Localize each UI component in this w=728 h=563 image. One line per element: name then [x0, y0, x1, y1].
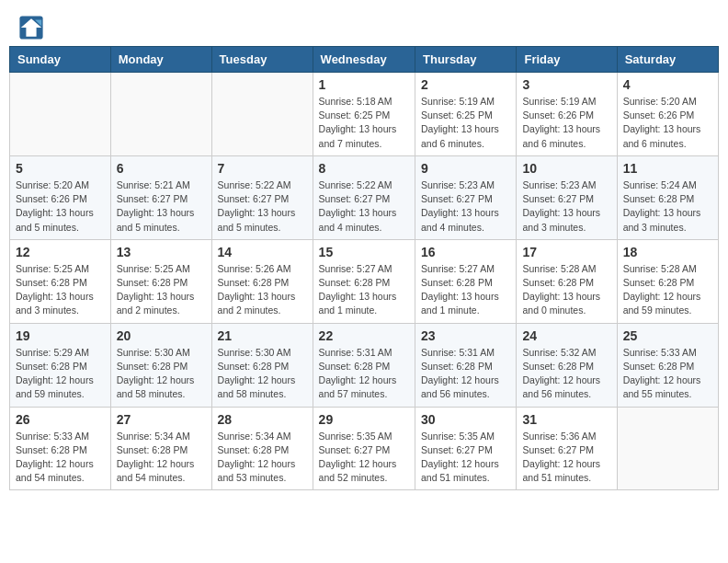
calendar-day: 20Sunrise: 5:30 AM Sunset: 6:28 PM Dayli…	[110, 323, 211, 407]
day-number: 21	[218, 328, 307, 343]
day-info: Sunrise: 5:31 AM Sunset: 6:28 PM Dayligh…	[319, 346, 409, 402]
day-info: Sunrise: 5:21 AM Sunset: 6:27 PM Dayligh…	[117, 178, 206, 235]
day-info: Sunrise: 5:29 AM Sunset: 6:28 PM Dayligh…	[16, 346, 105, 402]
day-number: 19	[16, 328, 105, 343]
day-number: 6	[117, 161, 206, 176]
calendar-day: 14Sunrise: 5:26 AM Sunset: 6:28 PM Dayli…	[211, 239, 313, 323]
day-number: 27	[117, 412, 206, 427]
calendar-table: SundayMondayTuesdayWednesdayThursdayFrid…	[9, 46, 719, 490]
day-info: Sunrise: 5:23 AM Sunset: 6:27 PM Dayligh…	[522, 178, 610, 235]
day-info: Sunrise: 5:22 AM Sunset: 6:27 PM Dayligh…	[319, 178, 409, 235]
calendar-day: 27Sunrise: 5:34 AM Sunset: 6:28 PM Dayli…	[110, 407, 211, 490]
day-info: Sunrise: 5:28 AM Sunset: 6:28 PM Dayligh…	[623, 262, 712, 318]
column-header-monday: Monday	[110, 47, 211, 73]
day-number: 16	[421, 245, 510, 259]
day-number: 15	[319, 245, 409, 259]
logo-icon	[18, 15, 44, 40]
column-header-thursday: Thursday	[415, 47, 517, 73]
day-info: Sunrise: 5:26 AM Sunset: 6:28 PM Dayligh…	[218, 262, 307, 318]
calendar-day: 1Sunrise: 5:18 AM Sunset: 6:25 PM Daylig…	[313, 73, 415, 156]
day-info: Sunrise: 5:23 AM Sunset: 6:27 PM Dayligh…	[421, 178, 510, 235]
day-number: 1	[319, 77, 409, 92]
day-number: 2	[421, 77, 510, 92]
calendar-week-row: 19Sunrise: 5:29 AM Sunset: 6:28 PM Dayli…	[10, 323, 719, 407]
day-number: 22	[319, 328, 409, 343]
calendar-header-row: SundayMondayTuesdayWednesdayThursdayFrid…	[10, 47, 719, 73]
calendar-week-row: 12Sunrise: 5:25 AM Sunset: 6:28 PM Dayli…	[10, 239, 719, 323]
calendar-day	[110, 73, 211, 156]
day-info: Sunrise: 5:30 AM Sunset: 6:28 PM Dayligh…	[218, 346, 307, 402]
calendar-day: 12Sunrise: 5:25 AM Sunset: 6:28 PM Dayli…	[10, 239, 111, 323]
column-header-friday: Friday	[517, 47, 617, 73]
day-number: 14	[218, 245, 307, 259]
calendar-day: 4Sunrise: 5:20 AM Sunset: 6:26 PM Daylig…	[617, 73, 718, 156]
day-info: Sunrise: 5:25 AM Sunset: 6:28 PM Dayligh…	[117, 262, 206, 318]
day-info: Sunrise: 5:25 AM Sunset: 6:28 PM Dayligh…	[16, 262, 105, 318]
day-info: Sunrise: 5:20 AM Sunset: 6:26 PM Dayligh…	[16, 178, 105, 235]
day-info: Sunrise: 5:32 AM Sunset: 6:28 PM Dayligh…	[522, 346, 610, 402]
day-info: Sunrise: 5:22 AM Sunset: 6:27 PM Dayligh…	[218, 178, 307, 235]
day-info: Sunrise: 5:34 AM Sunset: 6:28 PM Dayligh…	[218, 430, 307, 486]
calendar-day: 2Sunrise: 5:19 AM Sunset: 6:25 PM Daylig…	[415, 73, 517, 156]
day-info: Sunrise: 5:36 AM Sunset: 6:27 PM Dayligh…	[522, 430, 610, 486]
calendar-week-row: 5Sunrise: 5:20 AM Sunset: 6:26 PM Daylig…	[10, 155, 719, 239]
calendar-day: 15Sunrise: 5:27 AM Sunset: 6:28 PM Dayli…	[313, 239, 415, 323]
day-number: 31	[522, 412, 610, 427]
calendar-day: 19Sunrise: 5:29 AM Sunset: 6:28 PM Dayli…	[10, 323, 111, 407]
calendar-day: 9Sunrise: 5:23 AM Sunset: 6:27 PM Daylig…	[415, 155, 517, 239]
calendar-day: 6Sunrise: 5:21 AM Sunset: 6:27 PM Daylig…	[110, 155, 211, 239]
day-info: Sunrise: 5:35 AM Sunset: 6:27 PM Dayligh…	[319, 430, 409, 486]
day-number: 26	[16, 412, 105, 427]
column-header-wednesday: Wednesday	[313, 47, 415, 73]
day-number: 30	[421, 412, 510, 427]
logo	[18, 15, 48, 40]
calendar-day: 31Sunrise: 5:36 AM Sunset: 6:27 PM Dayli…	[517, 407, 617, 490]
day-info: Sunrise: 5:27 AM Sunset: 6:28 PM Dayligh…	[421, 262, 510, 318]
day-info: Sunrise: 5:31 AM Sunset: 6:28 PM Dayligh…	[421, 346, 510, 402]
day-info: Sunrise: 5:28 AM Sunset: 6:28 PM Dayligh…	[522, 262, 610, 318]
calendar-day: 28Sunrise: 5:34 AM Sunset: 6:28 PM Dayli…	[211, 407, 313, 490]
calendar-day: 25Sunrise: 5:33 AM Sunset: 6:28 PM Dayli…	[617, 323, 718, 407]
day-number: 20	[117, 328, 206, 343]
calendar-day: 26Sunrise: 5:33 AM Sunset: 6:28 PM Dayli…	[10, 407, 111, 490]
calendar-day: 23Sunrise: 5:31 AM Sunset: 6:28 PM Dayli…	[415, 323, 517, 407]
day-number: 5	[16, 161, 105, 176]
day-info: Sunrise: 5:19 AM Sunset: 6:25 PM Dayligh…	[421, 95, 510, 151]
day-info: Sunrise: 5:24 AM Sunset: 6:28 PM Dayligh…	[623, 178, 712, 235]
day-info: Sunrise: 5:18 AM Sunset: 6:25 PM Dayligh…	[319, 95, 409, 151]
column-header-sunday: Sunday	[10, 47, 111, 73]
day-number: 28	[218, 412, 307, 427]
calendar-day: 8Sunrise: 5:22 AM Sunset: 6:27 PM Daylig…	[313, 155, 415, 239]
calendar-week-row: 1Sunrise: 5:18 AM Sunset: 6:25 PM Daylig…	[10, 73, 719, 156]
calendar-day: 18Sunrise: 5:28 AM Sunset: 6:28 PM Dayli…	[617, 239, 718, 323]
day-number: 25	[623, 328, 712, 343]
column-header-saturday: Saturday	[617, 47, 718, 73]
calendar-day	[211, 73, 313, 156]
day-number: 9	[421, 161, 510, 176]
day-info: Sunrise: 5:33 AM Sunset: 6:28 PM Dayligh…	[623, 346, 712, 402]
day-number: 24	[522, 328, 610, 343]
day-number: 12	[16, 245, 105, 259]
calendar-day: 29Sunrise: 5:35 AM Sunset: 6:27 PM Dayli…	[313, 407, 415, 490]
day-number: 18	[623, 245, 712, 259]
day-number: 7	[218, 161, 307, 176]
calendar-day: 7Sunrise: 5:22 AM Sunset: 6:27 PM Daylig…	[211, 155, 313, 239]
day-info: Sunrise: 5:20 AM Sunset: 6:26 PM Dayligh…	[623, 95, 712, 151]
calendar-day: 30Sunrise: 5:35 AM Sunset: 6:27 PM Dayli…	[415, 407, 517, 490]
day-info: Sunrise: 5:33 AM Sunset: 6:28 PM Dayligh…	[16, 430, 105, 486]
day-info: Sunrise: 5:27 AM Sunset: 6:28 PM Dayligh…	[319, 262, 409, 318]
day-number: 13	[117, 245, 206, 259]
day-number: 10	[522, 161, 610, 176]
calendar-day: 5Sunrise: 5:20 AM Sunset: 6:26 PM Daylig…	[10, 155, 111, 239]
day-info: Sunrise: 5:19 AM Sunset: 6:26 PM Dayligh…	[522, 95, 610, 151]
calendar-day: 16Sunrise: 5:27 AM Sunset: 6:28 PM Dayli…	[415, 239, 517, 323]
calendar-week-row: 26Sunrise: 5:33 AM Sunset: 6:28 PM Dayli…	[10, 407, 719, 490]
day-info: Sunrise: 5:30 AM Sunset: 6:28 PM Dayligh…	[117, 346, 206, 402]
day-number: 3	[522, 77, 610, 92]
page-header	[9, 9, 719, 40]
calendar-day: 21Sunrise: 5:30 AM Sunset: 6:28 PM Dayli…	[211, 323, 313, 407]
day-info: Sunrise: 5:34 AM Sunset: 6:28 PM Dayligh…	[117, 430, 206, 486]
calendar-day: 17Sunrise: 5:28 AM Sunset: 6:28 PM Dayli…	[517, 239, 617, 323]
calendar-day: 11Sunrise: 5:24 AM Sunset: 6:28 PM Dayli…	[617, 155, 718, 239]
day-number: 17	[522, 245, 610, 259]
